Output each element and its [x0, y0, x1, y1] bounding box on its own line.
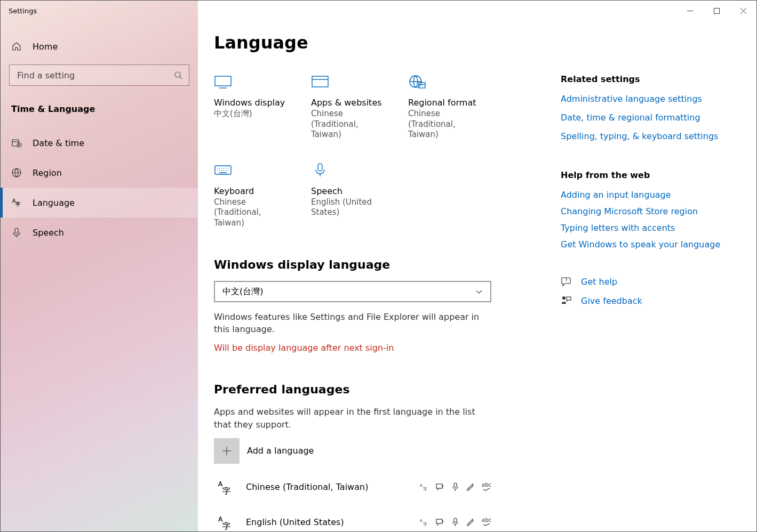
handwriting-icon — [466, 518, 475, 527]
window-title: Settings — [1, 1, 198, 21]
tile-speech[interactable]: Speech English (United States) — [311, 163, 386, 229]
tile-title: Keyboard — [214, 186, 289, 196]
display-language-desc: Windows features like Settings and File … — [214, 311, 481, 335]
window-icon — [311, 74, 329, 89]
display-language-warning: Will be display language after next sign… — [214, 343, 513, 353]
main-content: Language Windows display 中文(台灣) Apps & w… — [198, 1, 756, 531]
sidebar-item-label: Date & time — [33, 138, 84, 148]
related-settings-heading: Related settings — [561, 74, 721, 84]
svg-rect-25 — [454, 518, 457, 522]
text-to-speech-icon — [435, 482, 444, 491]
display-language-icon: A字 — [420, 482, 429, 491]
plus-icon — [214, 438, 240, 464]
microphone-icon — [311, 163, 329, 178]
get-help-label: Get help — [581, 277, 617, 287]
svg-rect-6 — [15, 228, 18, 233]
chevron-down-icon — [475, 288, 483, 295]
sidebar-item-speech[interactable]: Speech — [1, 217, 198, 247]
svg-rect-19 — [454, 483, 457, 487]
tile-title: Speech — [311, 186, 386, 196]
svg-rect-9 — [312, 76, 328, 87]
tile-apps-websites[interactable]: Apps & websites Chinese (Traditional, Ta… — [311, 74, 386, 140]
settings-body: Windows display 中文(台灣) Apps & websites C… — [214, 74, 513, 531]
language-pack-icon: A 字 — [214, 511, 237, 531]
home-icon — [11, 41, 22, 52]
spellcheck-icon: abc — [482, 518, 491, 527]
speech-icon — [451, 482, 460, 491]
display-language-dropdown[interactable]: 中文(台灣) — [214, 281, 491, 302]
right-rail: Related settings Administrative language… — [561, 74, 721, 531]
svg-text:字: 字 — [423, 487, 427, 491]
svg-text:字: 字 — [222, 521, 230, 531]
tile-sub: Chinese (Traditional, Taiwan) — [311, 109, 386, 140]
svg-rect-18 — [436, 484, 442, 488]
link-change-store-region[interactable]: Changing Microsoft Store region — [561, 206, 721, 216]
speech-icon — [451, 518, 460, 527]
tile-keyboard[interactable]: Keyboard Chinese (Traditional, Taiwan) — [214, 163, 289, 229]
tile-regional-format[interactable]: Regional format Chinese (Traditional, Ta… — [408, 74, 483, 140]
sidebar-item-home[interactable]: Home — [1, 34, 198, 59]
link-date-time-region[interactable]: Date, time & regional formatting — [561, 112, 721, 123]
tile-sub: Chinese (Traditional, Taiwan) — [408, 109, 483, 140]
svg-rect-1 — [12, 140, 19, 146]
spellcheck-icon: abc — [482, 482, 491, 491]
link-spelling-typing[interactable]: Spelling, typing, & keyboard settings — [561, 131, 721, 141]
tile-sub: Chinese (Traditional, Taiwan) — [214, 197, 289, 229]
display-language-selected: 中文(台灣) — [222, 286, 263, 297]
sidebar-item-label: Speech — [33, 228, 64, 238]
sidebar-home-label: Home — [33, 42, 58, 52]
link-add-input-language[interactable]: Adding an input language — [561, 190, 721, 200]
give-feedback-button[interactable]: Give feedback — [561, 295, 721, 306]
monitor-icon — [214, 74, 232, 89]
preferred-languages-heading: Preferred languages — [214, 383, 513, 396]
search-icon — [174, 71, 182, 79]
help-heading: Help from the web — [561, 170, 721, 180]
get-help-button[interactable]: ? Get help — [561, 276, 721, 287]
search-input[interactable] — [9, 65, 189, 86]
calendar-clock-icon — [11, 138, 22, 148]
language-item-label: English (United States) — [246, 517, 344, 527]
language-item-label: Chinese (Traditional, Taiwan) — [246, 482, 368, 492]
language-feature-icons: A字 abc — [420, 482, 491, 491]
search-input-field[interactable] — [16, 70, 174, 81]
display-language-heading: Windows display language — [214, 258, 513, 271]
sidebar-item-language[interactable]: A 字 Language — [1, 188, 198, 217]
sidebar-item-datetime[interactable]: Date & time — [1, 128, 198, 158]
link-typing-accents[interactable]: Typing letters with accents — [561, 223, 721, 233]
add-language-button[interactable]: Add a language — [214, 438, 513, 464]
svg-text:字: 字 — [423, 522, 427, 527]
svg-rect-8 — [215, 76, 231, 86]
tile-sub: English (United States) — [311, 197, 386, 218]
svg-point-0 — [175, 72, 180, 77]
link-admin-language[interactable]: Administrative language settings — [561, 94, 721, 104]
sidebar-item-label: Language — [33, 198, 75, 208]
preferred-languages-desc: Apps and websites will appear in the fir… — [214, 406, 481, 430]
sidebar: Settings Home Time & Language Da — [1, 1, 198, 531]
sidebar-section-header: Time & Language — [1, 86, 198, 119]
svg-point-27 — [562, 296, 565, 300]
link-speak-your-language[interactable]: Get Windows to speak your language — [561, 239, 721, 249]
tile-sub: 中文(台灣) — [214, 109, 289, 119]
add-language-label: Add a language — [247, 446, 314, 456]
keyboard-icon — [214, 163, 232, 178]
sidebar-item-label: Region — [33, 168, 62, 178]
svg-rect-28 — [567, 297, 571, 300]
text-to-speech-icon — [435, 518, 444, 527]
tile-title: Regional format — [408, 98, 483, 108]
tile-title: Windows display — [214, 98, 289, 108]
feedback-icon — [561, 295, 571, 306]
language-item-en-us[interactable]: A 字 English (United States) A字 abc — [214, 511, 491, 531]
tile-windows-display[interactable]: Windows display 中文(台灣) — [214, 74, 289, 140]
give-feedback-label: Give feedback — [581, 296, 642, 306]
svg-rect-24 — [436, 519, 442, 523]
page-title: Language — [214, 33, 740, 53]
svg-rect-13 — [318, 164, 322, 171]
svg-text:A: A — [420, 483, 423, 488]
language-item-zh-tw[interactable]: A 字 Chinese (Traditional, Taiwan) A字 abc — [214, 475, 491, 499]
handwriting-icon — [466, 482, 475, 491]
sidebar-item-region[interactable]: Region — [1, 158, 198, 188]
tile-title: Apps & websites — [311, 98, 386, 108]
chat-help-icon: ? — [561, 276, 571, 287]
summary-tiles: Windows display 中文(台灣) Apps & websites C… — [214, 74, 513, 228]
svg-text:?: ? — [565, 278, 568, 283]
